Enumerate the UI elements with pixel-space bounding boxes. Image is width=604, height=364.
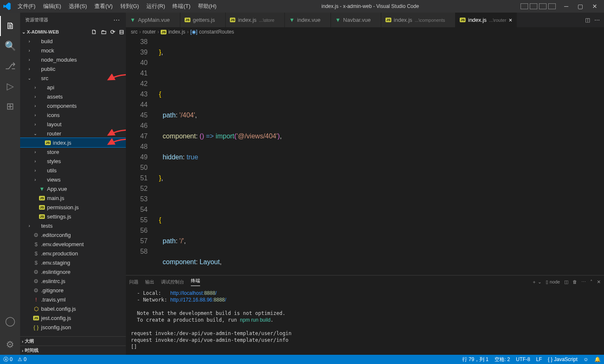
tab-index.js[interactable]: JSindex.js...\store× xyxy=(226,13,285,27)
close-panel-icon[interactable]: ✕ xyxy=(597,279,601,285)
tab-index.vue[interactable]: ▼index.vue× xyxy=(285,13,331,27)
maximize-button[interactable]: ▢ xyxy=(574,1,586,11)
status-bell-icon[interactable]: 🔔 xyxy=(594,356,601,362)
tree-item--eslintignore[interactable]: ⚙.eslintignore xyxy=(20,267,126,276)
new-folder-icon[interactable]: 🗀 xyxy=(101,29,107,35)
output-tab[interactable]: 输出 xyxy=(145,279,154,285)
timeline-section[interactable]: 时间线 xyxy=(25,347,39,354)
tab-Navbar.vue[interactable]: ▼Navbar.vue× xyxy=(331,13,381,27)
status-eol[interactable]: LF xyxy=(536,356,542,362)
tree-item--eslintrc-js[interactable]: ⚙.eslintrc.js xyxy=(20,276,126,286)
tab-index.js[interactable]: JSindex.js...\components× xyxy=(381,13,456,27)
editor-area: ▼AppMain.vue×JSgetters.js×JSindex.js...\… xyxy=(126,13,604,355)
status-cursor[interactable]: 行 79，列 1 xyxy=(462,356,489,363)
sidebar-title: 资源管理器 xyxy=(25,17,48,23)
search-icon[interactable]: 🔍 xyxy=(0,36,20,56)
tree-item-babel-config-js[interactable]: ⬡babel.config.js xyxy=(20,304,126,313)
terminal-tab[interactable]: 终端 xyxy=(191,278,200,286)
terminal-panel: 问题 输出 调试控制台 终端 ＋ ⌄ ▯ node ◫ 🗑 ⋯ ˄ ✕ - Lo… xyxy=(126,275,604,355)
new-terminal-icon[interactable]: ＋ ⌄ xyxy=(532,279,542,285)
status-language[interactable]: { } JavaScript xyxy=(548,356,578,362)
sidebar-more-icon[interactable]: ⋯ xyxy=(113,16,121,24)
tree-item--env-staging[interactable]: $.env.staging xyxy=(20,258,126,267)
explorer-icon[interactable]: 🗎 xyxy=(0,16,20,36)
split-terminal-icon[interactable]: ◫ xyxy=(564,279,568,285)
tab-AppMain.vue[interactable]: ▼AppMain.vue× xyxy=(126,13,180,27)
tree-item-src[interactable]: ⌄src xyxy=(20,73,126,83)
debug-console-tab[interactable]: 调试控制台 xyxy=(161,279,184,285)
file-tree: ›build›mock›node_modules›public⌄src›api›… xyxy=(20,36,126,336)
project-name[interactable]: X-ADMIN-WEB xyxy=(27,29,59,34)
menubar: 文件(F) 编辑(E) 选择(S) 查看(V) 转到(G) 运行(R) 终端(T… xyxy=(14,1,220,12)
run-debug-icon[interactable]: ▷ xyxy=(0,76,20,96)
tree-item-permission-js[interactable]: JSpermission.js xyxy=(20,203,126,212)
tree-item--gitignore[interactable]: ⚙.gitignore xyxy=(20,286,126,295)
tree-item-icons[interactable]: ›icons xyxy=(20,110,126,120)
problems-tab[interactable]: 问题 xyxy=(129,279,138,285)
menu-go[interactable]: 转到(G) xyxy=(117,1,143,12)
statusbar: ⓧ 0 ⚠ 0 行 79，列 1 空格: 2 UTF-8 LF { } Java… xyxy=(0,355,604,364)
menu-help[interactable]: 帮助(H) xyxy=(195,1,220,12)
menu-selection[interactable]: 选择(S) xyxy=(65,1,90,12)
collapse-icon[interactable]: ⊟ xyxy=(119,29,124,35)
tree-item-store[interactable]: ›store xyxy=(20,147,126,156)
tree-item-layout[interactable]: ›layout xyxy=(20,120,126,129)
source-control-icon[interactable]: ⎇ xyxy=(0,56,20,76)
tree-item-public[interactable]: ›public xyxy=(20,64,126,73)
tree-item-router[interactable]: ⌄router xyxy=(20,129,126,138)
tree-item--editorconfig[interactable]: ⚙.editorconfig xyxy=(20,230,126,239)
activity-bar: 🗎 🔍 ⎇ ▷ ⊞ ◯ ⚙ xyxy=(0,13,20,355)
tree-item-views[interactable]: ›views xyxy=(20,175,126,184)
menu-run[interactable]: 运行(R) xyxy=(143,1,168,12)
tree-item-index-js[interactable]: JSindex.js xyxy=(20,138,126,147)
menu-file[interactable]: 文件(F) xyxy=(14,1,39,12)
tree-item-tests[interactable]: ›tests xyxy=(20,221,126,230)
tree-item-components[interactable]: ›components xyxy=(20,101,126,110)
split-editor-icon[interactable]: ◫ xyxy=(585,17,590,23)
status-encoding[interactable]: UTF-8 xyxy=(516,356,530,362)
layout-icons[interactable] xyxy=(521,3,556,9)
close-button[interactable]: ✕ xyxy=(589,1,601,11)
menu-edit[interactable]: 编辑(E) xyxy=(40,1,65,12)
settings-gear-icon[interactable]: ⚙ xyxy=(0,335,20,355)
terminal-profile[interactable]: ▯ node xyxy=(546,279,560,285)
tree-item-jsconfig-json[interactable]: { }jsconfig.json xyxy=(20,322,126,332)
titlebar: 文件(F) 编辑(E) 选择(S) 查看(V) 转到(G) 运行(R) 终端(T… xyxy=(0,0,604,13)
tree-item-main-js[interactable]: JSmain.js xyxy=(20,193,126,203)
tree-item-settings-js[interactable]: JSsettings.js xyxy=(20,212,126,221)
vscode-logo-icon xyxy=(3,3,11,10)
tree-item-App-vue[interactable]: ▼App.vue xyxy=(20,184,126,193)
code-editor[interactable]: }, { path: '/404', component: () => impo… xyxy=(155,36,604,275)
menu-view[interactable]: 查看(V) xyxy=(91,1,116,12)
tab-getters.js[interactable]: JSgetters.js× xyxy=(180,13,226,27)
tree-item-assets[interactable]: ›assets xyxy=(20,92,126,101)
tree-item-node_modules[interactable]: ›node_modules xyxy=(20,55,126,64)
kill-terminal-icon[interactable]: 🗑 xyxy=(573,279,577,284)
maximize-panel-icon[interactable]: ˄ xyxy=(590,279,593,285)
tree-item--env-development[interactable]: $.env.development xyxy=(20,239,126,249)
outline-section[interactable]: 大纲 xyxy=(25,338,34,344)
tree-item--env-production[interactable]: $.env.production xyxy=(20,249,126,258)
breadcrumb[interactable]: src› router› JS index.js› [◉] constantRo… xyxy=(126,27,604,36)
tab-more-icon[interactable]: ⋯ xyxy=(594,17,600,23)
tree-item-jest-config-js[interactable]: JSjest.config.js xyxy=(20,313,126,322)
tree-item-build[interactable]: ›build xyxy=(20,36,126,46)
new-file-icon[interactable]: 🗋 xyxy=(91,29,97,35)
terminal-more-icon[interactable]: ⋯ xyxy=(581,279,586,285)
menu-terminal[interactable]: 终端(T) xyxy=(169,1,194,12)
terminal-output[interactable]: - Local: http://localhost:8888/ - Networ… xyxy=(126,288,604,355)
status-warnings[interactable]: ⚠ 0 xyxy=(18,356,26,362)
tree-item-utils[interactable]: ›utils xyxy=(20,166,126,175)
minimize-button[interactable]: ─ xyxy=(561,1,572,11)
status-indent[interactable]: 空格: 2 xyxy=(495,356,510,363)
tab-index.js[interactable]: JSindex.js...\router× xyxy=(456,13,517,27)
status-feedback-icon[interactable]: ☺ xyxy=(583,356,588,362)
tree-item-mock[interactable]: ›mock xyxy=(20,46,126,55)
accounts-icon[interactable]: ◯ xyxy=(0,311,20,331)
tree-item-api[interactable]: ›api xyxy=(20,83,126,92)
tree-item-styles[interactable]: ›styles xyxy=(20,156,126,166)
status-errors[interactable]: ⓧ 0 xyxy=(3,356,13,363)
refresh-icon[interactable]: ⟳ xyxy=(110,29,115,35)
extensions-icon[interactable]: ⊞ xyxy=(0,96,20,117)
tree-item--travis-yml[interactable]: !.travis.yml xyxy=(20,295,126,304)
